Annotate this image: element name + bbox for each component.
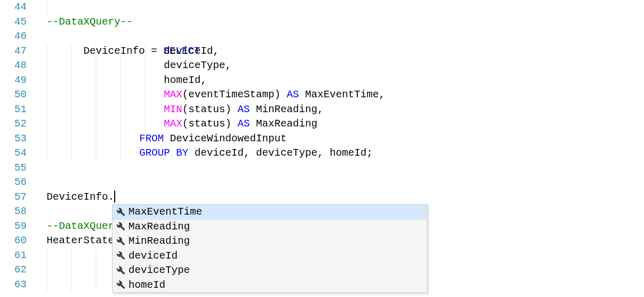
function-min: MIN	[164, 103, 182, 115]
line-number-49: 49	[0, 73, 34, 88]
argument: status	[188, 118, 225, 130]
code-line[interactable]: 52 MAX(status) AS MaxReading	[0, 117, 644, 132]
paren: (	[182, 103, 188, 115]
group-fields: deviceId, deviceType, homeId;	[188, 147, 373, 159]
code-line[interactable]: 46 DeviceInfo = SELECT	[0, 29, 644, 44]
keyword-as: AS	[231, 103, 256, 115]
function-max: MAX	[164, 89, 182, 100]
autocomplete-label: MinReading	[128, 234, 190, 249]
autocomplete-item-deviceid[interactable]: deviceId	[113, 249, 427, 264]
argument: eventTimeStamp	[188, 89, 274, 100]
line-number-58: 58	[0, 204, 34, 219]
code-line[interactable]: 44	[0, 0, 644, 15]
line-number-44: 44	[0, 0, 34, 15]
line-number-47: 47	[0, 44, 34, 59]
code-line[interactable]: 55	[0, 161, 644, 176]
text-cursor	[114, 190, 115, 203]
line-number-63: 63	[0, 278, 34, 292]
paren: (	[182, 118, 188, 130]
alias: MinReading,	[256, 103, 324, 115]
field-name: deviceId,	[164, 44, 219, 59]
line-number-52: 52	[0, 117, 34, 132]
line-number-61: 61	[0, 248, 34, 263]
wrench-icon	[117, 281, 125, 289]
function-max: MAX	[164, 118, 182, 130]
paren: )	[225, 103, 231, 115]
autocomplete-item-maxeventtime[interactable]: MaxEventTime	[113, 205, 427, 220]
line-number-48: 48	[0, 58, 34, 73]
line-number-57: 57	[0, 190, 34, 205]
keyword-as: AS	[281, 89, 305, 100]
code-line[interactable]: 47 deviceId,	[0, 44, 644, 59]
comment-text: --DataXQuery--	[47, 15, 133, 30]
line-number-53: 53	[0, 132, 34, 146]
line-number-50: 50	[0, 88, 34, 102]
field-name: homeId,	[164, 73, 207, 88]
field-name: deviceType,	[164, 58, 231, 73]
autocomplete-popup[interactable]: MaxEventTime MaxReading MinReading devic…	[112, 204, 427, 293]
code-line[interactable]: 53 FROM DeviceWindowedInput	[0, 132, 644, 146]
code-line[interactable]: 51 MIN(status) AS MinReading,	[0, 102, 644, 117]
wrench-icon	[117, 208, 125, 217]
wrench-icon	[117, 237, 125, 246]
identifier: HeaterState	[47, 234, 114, 248]
autocomplete-label: MaxReading	[128, 220, 190, 235]
wrench-icon	[117, 266, 125, 275]
autocomplete-label: deviceId	[128, 249, 178, 264]
autocomplete-label: deviceType	[128, 263, 190, 278]
line-number-51: 51	[0, 102, 34, 117]
autocomplete-item-minreading[interactable]: MinReading	[113, 234, 427, 249]
autocomplete-label: MaxEventTime	[128, 205, 202, 220]
line-number-55: 55	[0, 161, 34, 176]
alias: MaxEventTime,	[305, 89, 385, 100]
paren: (	[182, 89, 188, 100]
line-number-62: 62	[0, 263, 34, 278]
paren: )	[225, 118, 231, 130]
autocomplete-item-maxreading[interactable]: MaxReading	[113, 220, 427, 235]
code-line[interactable]: 56	[0, 175, 644, 190]
alias: MaxReading	[256, 118, 317, 130]
keyword-as: AS	[231, 118, 256, 130]
autocomplete-item-homeid[interactable]: homeId	[113, 278, 427, 293]
autocomplete-item-devicetype[interactable]: deviceType	[113, 263, 427, 278]
line-number-46: 46	[0, 29, 34, 44]
line-number-45: 45	[0, 15, 34, 30]
code-line[interactable]: 45 --DataXQuery--	[0, 15, 644, 30]
identifier: DeviceInfo.	[47, 191, 114, 203]
wrench-icon	[117, 251, 125, 260]
code-line-active[interactable]: 57 DeviceInfo.	[0, 190, 644, 205]
line-number-56: 56	[0, 175, 34, 190]
line-number-59: 59	[0, 219, 34, 234]
autocomplete-label: homeId	[128, 278, 165, 293]
comment-text: --DataXQuer	[47, 219, 114, 234]
code-line[interactable]: 48 deviceType,	[0, 58, 644, 73]
keyword-group-by: GROUP BY	[139, 147, 188, 159]
code-line[interactable]: 50 MAX(eventTimeStamp) AS MaxEventTime,	[0, 88, 644, 102]
paren: )	[274, 89, 281, 100]
argument: status	[188, 103, 225, 115]
table-name: DeviceWindowedInput	[164, 133, 287, 144]
keyword-from: FROM	[139, 133, 164, 144]
line-number-54: 54	[0, 146, 34, 161]
code-line[interactable]: 54 GROUP BY deviceId, deviceType, homeId…	[0, 146, 644, 161]
code-line[interactable]: 49 homeId,	[0, 73, 644, 88]
line-number-60: 60	[0, 234, 34, 248]
wrench-icon	[117, 222, 125, 231]
